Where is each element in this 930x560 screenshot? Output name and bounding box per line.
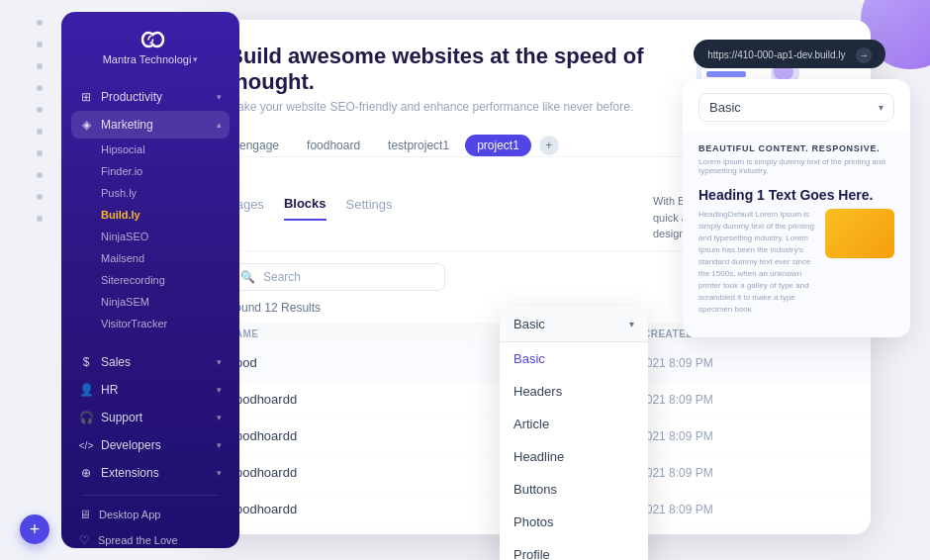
dot xyxy=(37,20,43,26)
chevron-icon: ▴ xyxy=(217,120,222,130)
sidebar-item-support[interactable]: 🎧 Support ▾ xyxy=(71,404,230,431)
developers-icon: </> xyxy=(79,438,93,452)
dropdown-item-buttons[interactable]: Buttons xyxy=(500,473,648,506)
search-icon: 🔍 xyxy=(240,270,255,284)
search-bar[interactable]: 🔍 Search xyxy=(228,263,445,291)
sidebar-sub-item-buildly[interactable]: Build.ly xyxy=(93,204,230,226)
sidebar-sub-item-hipsocial[interactable]: Hipsocial xyxy=(93,139,230,160)
dropdown-item-article[interactable]: Article xyxy=(500,408,648,440)
chevron-icon: ▾ xyxy=(217,413,222,422)
rp-image-placeholder xyxy=(825,209,894,258)
rp-badge-title: BEAUTIFUL CONTENT. RESPONSIVE. xyxy=(698,143,894,153)
edit-button[interactable]: ✏ xyxy=(793,463,813,483)
extensions-icon: ⊕ xyxy=(79,466,93,480)
chevron-icon: ▾ xyxy=(217,92,222,102)
dropdown-selected-label: Basic xyxy=(513,317,545,331)
edit-button[interactable]: ✏ xyxy=(793,390,813,410)
sidebar-sub-item-ninjasem[interactable]: NinjaSEM xyxy=(93,291,230,313)
tab-testproject1[interactable]: testproject1 xyxy=(376,135,461,156)
dropdown-item-basic[interactable]: Basic xyxy=(500,342,648,375)
sidebar-logo[interactable]: Mantra Technologi ▾ xyxy=(61,30,239,65)
dropdown-item-headline[interactable]: Headline xyxy=(500,440,648,473)
delete-button[interactable]: 🗑 xyxy=(821,500,841,519)
dropdown-arrow-icon: ▾ xyxy=(629,319,634,329)
sidebar-item-label: Sales xyxy=(101,355,209,369)
sidebar-footer: 🖥 Desktop App ♡ Spread the Love 😊 ★ ⚙ xyxy=(61,489,239,548)
sidebar-sub-item-finder[interactable]: Finder.io xyxy=(93,160,230,182)
chevron-icon: ▾ xyxy=(217,357,222,367)
tab-project1[interactable]: project1 xyxy=(465,135,531,156)
rp-heading: Heading 1 Text Goes Here. xyxy=(698,187,894,203)
right-panel-select[interactable]: Basic ▾ xyxy=(698,93,894,122)
delete-button[interactable]: 🗑 xyxy=(821,353,841,373)
sidebar-bottom-nav: $ Sales ▾ 👤 HR ▾ 🎧 Support ▾ </> Develop… xyxy=(61,348,239,487)
delete-button[interactable]: 🗑 xyxy=(821,426,841,446)
add-button[interactable]: + xyxy=(20,514,49,544)
hr-icon: 👤 xyxy=(79,383,93,397)
sub-tab-settings[interactable]: Settings xyxy=(346,197,393,220)
sidebar-item-label: HR xyxy=(101,383,209,397)
edit-button[interactable]: ✏ xyxy=(793,426,813,446)
dropdown-item-headers[interactable]: Headers xyxy=(500,375,648,408)
url-text: https://410-000-ap1-dev.build.ly xyxy=(707,49,845,60)
sidebar-sub-item-mailsend[interactable]: Mailsend xyxy=(93,247,230,269)
desktop-icon: 🖥 xyxy=(79,508,91,521)
desktop-app-label: Desktop App xyxy=(99,509,160,520)
chevron-icon: ▾ xyxy=(217,385,222,395)
delete-button[interactable]: 🗑 xyxy=(821,463,841,483)
tab-foodhoard[interactable]: foodhoard xyxy=(295,135,372,156)
right-panel-chevron-icon: ▾ xyxy=(879,102,884,113)
sidebar-item-label: Support xyxy=(101,411,209,424)
add-tab-button[interactable]: + xyxy=(539,136,559,155)
right-panel-select-label: Basic xyxy=(709,100,741,115)
sidebar-desktop-app[interactable]: 🖥 Desktop App xyxy=(71,502,230,527)
sidebar-spread-love[interactable]: ♡ Spread the Love xyxy=(71,527,230,548)
heart-icon: ♡ xyxy=(79,533,90,547)
sub-tab-blocks[interactable]: Blocks xyxy=(284,196,326,221)
rp-body-text: HeadingDefault Lorem Ipsum is simply dum… xyxy=(698,209,817,316)
block-type-dropdown: Basic ▾ Basic Headers Article Headline B… xyxy=(500,307,648,560)
sidebar-item-sales[interactable]: $ Sales ▾ xyxy=(71,348,230,376)
sidebar-item-developers[interactable]: </> Developers ▾ xyxy=(71,431,230,459)
sidebar-item-marketing[interactable]: ◈ Marketing ▴ xyxy=(71,111,230,139)
sidebar-item-extensions[interactable]: ⊕ Extensions ▾ xyxy=(71,459,230,487)
sidebar-item-hr[interactable]: 👤 HR ▾ xyxy=(71,376,230,404)
url-arrow-button[interactable]: → xyxy=(856,47,872,63)
dot xyxy=(37,63,43,69)
sidebar-item-label: Developers xyxy=(101,438,209,452)
dropdown-trigger[interactable]: Basic ▾ xyxy=(500,307,648,342)
dropdown-item-photos[interactable]: Photos xyxy=(500,506,648,538)
svg-rect-2 xyxy=(706,71,746,77)
dot xyxy=(37,216,43,222)
dot xyxy=(37,85,43,91)
search-input[interactable]: Search xyxy=(263,270,301,284)
support-icon: 🎧 xyxy=(79,411,93,424)
delete-button[interactable]: 🗑 xyxy=(821,390,841,410)
marketing-icon: ◈ xyxy=(79,118,93,132)
sidebar-item-label: Marketing xyxy=(101,118,209,132)
sidebar-item-productivity[interactable]: ⊞ Productivity ▾ xyxy=(71,83,230,111)
chevron-icon: ▾ xyxy=(217,440,222,450)
sidebar-sub-item-ninjaseo[interactable]: NinjaSEO xyxy=(93,226,230,247)
url-bar: https://410-000-ap1-dev.build.ly → xyxy=(694,40,885,68)
rp-body-area: HeadingDefault Lorem Ipsum is simply dum… xyxy=(698,209,894,326)
dot xyxy=(37,150,43,156)
edit-button[interactable]: ✏ xyxy=(793,353,813,373)
sidebar-item-label: Extensions xyxy=(101,466,209,480)
productivity-icon: ⊞ xyxy=(79,90,93,104)
dot xyxy=(37,107,43,113)
window-subtitle: Make your website SEO-friendly and enhan… xyxy=(228,100,677,114)
dropdown-item-profile[interactable]: Profile xyxy=(500,538,648,560)
sidebar-sub-item-visitortracker[interactable]: VisitorTracker xyxy=(93,313,230,334)
right-panel-preview: Basic ▾ BEAUTIFUL CONTENT. RESPONSIVE. L… xyxy=(683,79,910,337)
sidebar-sub-item-pushly[interactable]: Push.ly xyxy=(93,182,230,204)
sidebar: Mantra Technologi ▾ ⊞ Productivity ▾ ◈ M… xyxy=(61,12,239,548)
sidebar-nav: ⊞ Productivity ▾ ◈ Marketing ▴ Hipsocial… xyxy=(61,83,239,334)
spread-love-label: Spread the Love xyxy=(98,534,178,546)
dot xyxy=(37,194,43,200)
sidebar-sub-nav: Hipsocial Finder.io Push.ly Build.ly Nin… xyxy=(71,139,230,334)
sidebar-sub-item-siterecording[interactable]: Siterecording xyxy=(93,269,230,291)
divider xyxy=(81,495,220,496)
rp-badge-subtitle: Lorem ipsum is simply dummy text of the … xyxy=(698,157,894,175)
edit-button[interactable]: ✏ xyxy=(793,500,813,519)
